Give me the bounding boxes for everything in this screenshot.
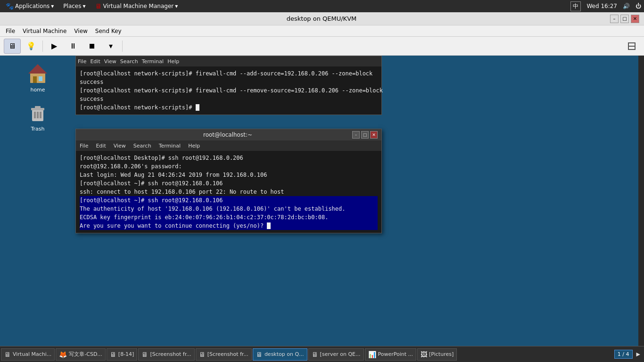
fg-file-menu[interactable]: File (78, 142, 90, 150)
places-menu[interactable]: Places ▾ (60, 2, 88, 10)
bg-term-line-5: [root@localhost network-scripts]# (80, 103, 378, 112)
minimize-button[interactable]: – (610, 15, 619, 23)
bg-terminal-menu[interactable]: Terminal (142, 58, 164, 65)
fg-terminal[interactable]: root@localhost:~ – □ ✕ File Edit View Se… (75, 129, 382, 233)
pause-button[interactable]: ⏸ (65, 39, 82, 54)
bg-terminal[interactable]: File Edit View Search Terminal Help [roo… (75, 56, 382, 115)
toolbar-separator-1 (42, 41, 43, 52)
svg-rect-7 (34, 112, 36, 118)
taskbar-item-3[interactable]: 🖥 [Screenshot fr... (138, 348, 194, 361)
desktop-icon-home[interactable]: home (19, 60, 57, 95)
bg-search-menu[interactable]: Search (120, 58, 138, 65)
fg-term-controls: – □ ✕ (352, 131, 378, 139)
terminal-area: File Edit View Search Terminal Help [roo… (75, 56, 644, 346)
dropdown-button[interactable]: ▾ (102, 39, 119, 54)
fg-term-body: [root@localhost Desktop]# ssh root@192.1… (76, 151, 381, 233)
view-menu[interactable]: View (70, 27, 91, 35)
fg-term-highlight-1: [root@localhost ~]# ssh root@192.168.0.1… (80, 196, 378, 205)
vm-manager-menu[interactable]: 🖥 Virtual Machine Manager ▾ (92, 1, 181, 11)
main-content: home Trash File Edit View (0, 56, 644, 346)
bg-term-line-4: success (80, 95, 378, 103)
taskbar-icon-2: 🖥 (110, 351, 116, 358)
svg-marker-5 (28, 64, 47, 74)
term-cursor (267, 222, 271, 229)
stop-button[interactable]: ⏹ (83, 39, 100, 54)
svg-rect-9 (40, 112, 41, 118)
input-method[interactable]: 中 (570, 1, 581, 11)
sys-bar-right: 中 Wed 16:27 🔊 ⏻ (570, 1, 641, 11)
display-button[interactable]: 🖥 (4, 39, 21, 54)
taskbar-item-5[interactable]: 🖥 desktop on Q... (253, 348, 307, 361)
vm-win-controls: – □ ✕ (610, 15, 639, 23)
bg-edit-menu[interactable]: Edit (90, 58, 100, 65)
send-key-menu[interactable]: Send Key (91, 27, 125, 35)
fg-minimize-button[interactable]: – (352, 131, 360, 139)
bg-view-menu[interactable]: View (104, 58, 116, 65)
volume-icon[interactable]: 🔊 (623, 3, 630, 9)
taskbar-item-4[interactable]: 🖥 [Screenshot fr... (196, 348, 252, 361)
vm-menubar: File Virtual Machine View Send Key (0, 25, 644, 37)
applications-menu[interactable]: 🐾 Applications ▾ (3, 1, 57, 11)
bg-help-menu[interactable]: Help (167, 58, 179, 65)
taskbar-icon-1: 🦊 (59, 351, 67, 358)
taskbar-label-1: 写文章-CSD... (69, 351, 102, 358)
taskbar-item-0[interactable]: 🖥 Virtual Machi... (1, 348, 55, 361)
fg-term-title: root@localhost:~ (203, 132, 252, 138)
taskbar-item-8[interactable]: 🖼 [Pictures] (417, 348, 457, 361)
taskbar-item-7[interactable]: 📊 PowerPoint ... (365, 348, 417, 361)
home-label: home (30, 87, 45, 93)
taskbar-icon-4: 🖥 (199, 351, 206, 358)
term-scrollbar[interactable] (638, 56, 644, 346)
fg-search-menu[interactable]: Search (132, 142, 153, 150)
fg-term-line-2: root@192.168.0.206's password: (80, 162, 378, 171)
trash-icon (26, 101, 49, 124)
fg-term-highlight-2: The authenticity of host '192.168.0.106 … (80, 205, 378, 213)
bg-term-line-3: [root@localhost network-scripts]# firewa… (80, 86, 378, 95)
page-next-button[interactable]: ▶ (636, 351, 640, 357)
file-menu[interactable]: File (2, 27, 19, 35)
taskbar-item-6[interactable]: 🖥 [server on QE... (308, 348, 364, 361)
toolbar-separator-2 (122, 41, 123, 52)
fg-help-menu[interactable]: Help (186, 142, 202, 150)
play-button[interactable]: ▶ (46, 39, 63, 54)
taskbar-label-2: [8-14] (118, 351, 134, 357)
datetime-display: Wed 16:27 (586, 3, 617, 9)
fg-edit-menu[interactable]: Edit (94, 142, 107, 150)
taskbar-right: 1 / 4 ▶ (614, 350, 643, 359)
fg-term-line-3: Last login: Wed Aug 21 04:26:24 2019 fro… (80, 171, 378, 179)
home-icon (26, 62, 49, 85)
system-bar: 🐾 Applications ▾ Places ▾ 🖥 Virtual Mach… (0, 0, 644, 12)
page-indicator: 1 / 4 (614, 350, 633, 359)
vm-title: desktop on QEMU/KVM (33, 15, 610, 22)
fg-term-line-5: ssh: connect to host 192.168.0.106 port … (80, 188, 378, 196)
bg-term-line-2: success (80, 78, 378, 86)
fg-maximize-button[interactable]: □ (361, 131, 369, 139)
fg-term-titlebar: root@localhost:~ – □ ✕ (76, 129, 381, 140)
taskbar-item-2[interactable]: 🖥 [8-14] (107, 348, 138, 361)
close-button[interactable]: ✕ (631, 15, 639, 23)
taskbar-icon-8: 🖼 (421, 351, 427, 358)
svg-rect-2 (30, 73, 45, 83)
vm-toolbar: 🖥 💡 ▶ ⏸ ⏹ ▾ (0, 37, 644, 56)
taskbar-label-0: Virtual Machi... (13, 351, 51, 357)
bulb-button[interactable]: 💡 (23, 39, 40, 54)
bg-term-menubar: File Edit View Search Terminal Help (76, 56, 381, 66)
resize-button[interactable] (623, 39, 640, 54)
sys-bar-left: 🐾 Applications ▾ Places ▾ 🖥 Virtual Mach… (3, 1, 181, 11)
power-icon[interactable]: ⏻ (636, 3, 641, 9)
fg-close-button[interactable]: ✕ (370, 131, 378, 139)
fg-terminal-menu[interactable]: Terminal (157, 142, 183, 150)
fg-term-line-1: [root@localhost Desktop]# ssh root@192.1… (80, 154, 378, 162)
svg-rect-8 (37, 112, 39, 118)
taskbar-label-3: [Screenshot fr... (150, 351, 191, 357)
bg-file-menu[interactable]: File (78, 58, 86, 65)
svg-rect-11 (35, 106, 41, 108)
virtual-machine-menu[interactable]: Virtual Machine (19, 27, 70, 35)
fg-view-menu[interactable]: View (112, 142, 128, 150)
bg-term-body: [root@localhost network-scripts]# firewa… (76, 66, 381, 115)
taskbar-item-1[interactable]: 🦊 写文章-CSD... (56, 348, 106, 361)
desktop-sidebar: home Trash (0, 56, 75, 346)
trash-label: Trash (31, 126, 44, 132)
maximize-button[interactable]: □ (620, 15, 629, 23)
desktop-icon-trash[interactable]: Trash (19, 99, 57, 134)
